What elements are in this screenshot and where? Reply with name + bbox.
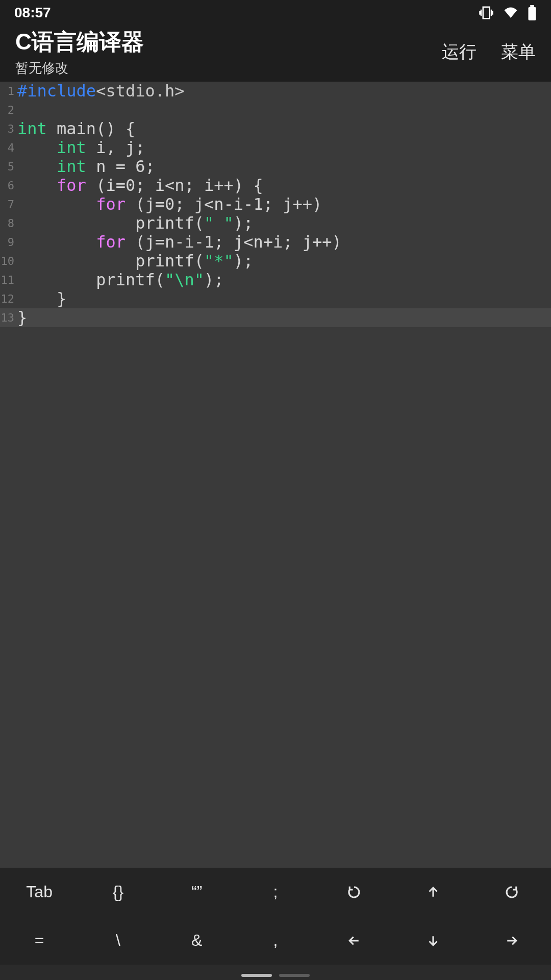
line-code[interactable]: for (j=n-i-1; j<n+i; j++) <box>15 233 342 252</box>
arrow-up-icon[interactable] <box>393 868 472 916</box>
svg-rect-1 <box>530 5 534 7</box>
battery-icon <box>528 5 537 20</box>
app-actions: 运行 菜单 <box>442 40 536 64</box>
line-code[interactable] <box>15 101 17 119</box>
line-number: 11 <box>0 271 15 289</box>
shortcut-toolbar: Tab{}“”; =\&, <box>0 868 551 965</box>
line-code[interactable]: for (i=0; i<n; i++) { <box>15 176 263 195</box>
status-icons <box>479 5 537 20</box>
menu-button[interactable]: 菜单 <box>501 40 536 64</box>
line-number: 7 <box>0 195 15 214</box>
app-title: C语言编译器 <box>15 27 144 57</box>
code-line[interactable]: 10 printf("*"); <box>0 252 551 271</box>
line-code[interactable]: printf("\n"); <box>15 271 224 289</box>
line-number: 10 <box>0 252 15 271</box>
code-editor[interactable]: 1#include<stdio.h>23int main() {4 int i,… <box>0 82 551 868</box>
home-indicator <box>241 974 310 977</box>
code-line[interactable]: 9 for (j=n-i-1; j<n+i; j++) <box>0 233 551 252</box>
line-number: 1 <box>0 82 15 101</box>
key-row-2: =\&, <box>0 916 551 965</box>
code-line[interactable]: 2 <box>0 101 551 119</box>
code-line[interactable]: 1#include<stdio.h> <box>0 82 551 101</box>
wifi-icon <box>503 5 518 20</box>
code-line[interactable]: 5 int n = 6; <box>0 157 551 176</box>
key-Tab[interactable]: Tab <box>0 868 79 916</box>
svg-rect-0 <box>529 7 536 20</box>
vibrate-icon <box>479 5 494 20</box>
code-line[interactable]: 6 for (i=0; i<n; i++) { <box>0 176 551 195</box>
arrow-right-icon[interactable] <box>472 916 551 965</box>
title-block: C语言编译器 暂无修改 <box>15 27 144 77</box>
line-code[interactable]: int n = 6; <box>15 157 155 176</box>
arrow-down-icon[interactable] <box>393 916 472 965</box>
key-symsym[interactable]: {} <box>79 868 157 916</box>
key-sym[interactable]: = <box>0 916 79 965</box>
app-bar: C语言编译器 暂无修改 运行 菜单 <box>0 26 551 82</box>
key-sym[interactable]: , <box>236 916 315 965</box>
line-number: 5 <box>0 157 15 176</box>
key-symsym[interactable]: “” <box>158 868 236 916</box>
line-code[interactable]: printf("*"); <box>15 252 253 271</box>
key-sym[interactable]: & <box>158 916 236 965</box>
line-number: 12 <box>0 289 15 308</box>
code-line[interactable]: 11 printf("\n"); <box>0 271 551 289</box>
run-button[interactable]: 运行 <box>442 40 477 64</box>
line-number: 3 <box>0 119 15 138</box>
line-number: 6 <box>0 176 15 195</box>
line-number: 8 <box>0 214 15 233</box>
line-number: 4 <box>0 138 15 157</box>
line-number: 9 <box>0 233 15 252</box>
key-row-1: Tab{}“”; <box>0 868 551 916</box>
line-code[interactable]: } <box>15 289 66 308</box>
line-number: 2 <box>0 101 15 119</box>
redo-icon[interactable] <box>472 868 551 916</box>
line-code[interactable]: } <box>15 308 27 327</box>
code-line[interactable]: 12 } <box>0 289 551 308</box>
line-code[interactable]: #include<stdio.h> <box>15 82 185 101</box>
key-sym[interactable]: \ <box>79 916 157 965</box>
line-code[interactable]: int i, j; <box>15 138 145 157</box>
undo-icon[interactable] <box>315 868 393 916</box>
line-code[interactable]: for (j=0; j<n-i-1; j++) <box>15 195 322 214</box>
code-line[interactable]: 4 int i, j; <box>0 138 551 157</box>
status-bar: 08:57 <box>0 0 551 26</box>
line-code[interactable]: printf(" "); <box>15 214 253 233</box>
code-line[interactable]: 13} <box>0 308 551 327</box>
app-subtitle: 暂无修改 <box>15 59 144 77</box>
arrow-left-icon[interactable] <box>315 916 393 965</box>
line-number: 13 <box>0 308 15 327</box>
code-line[interactable]: 7 for (j=0; j<n-i-1; j++) <box>0 195 551 214</box>
status-time: 08:57 <box>14 5 51 21</box>
code-line[interactable]: 8 printf(" "); <box>0 214 551 233</box>
code-line[interactable]: 3int main() { <box>0 119 551 138</box>
line-code[interactable]: int main() { <box>15 119 135 138</box>
key-sym[interactable]: ; <box>236 868 315 916</box>
